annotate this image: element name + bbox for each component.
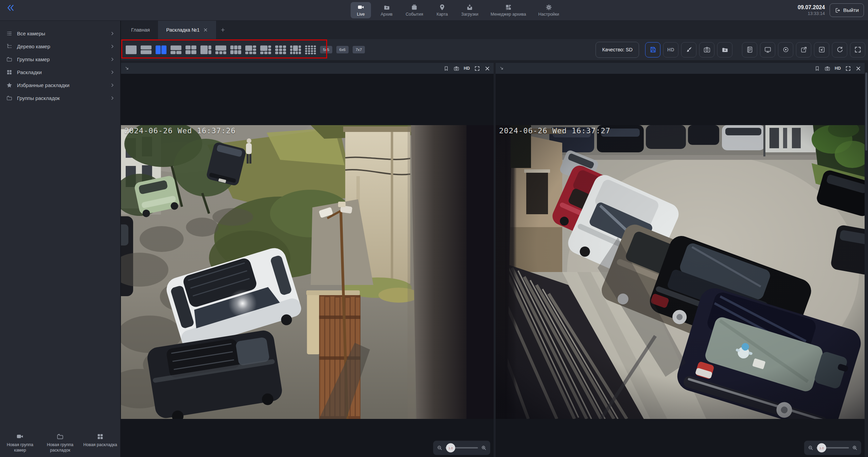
vertical-scrollbar[interactable] <box>865 72 867 151</box>
sidebar-item-camera-groups[interactable]: Группы камер <box>0 53 120 66</box>
new-layout-button[interactable]: Новая раскладка <box>80 431 120 455</box>
tab-label: Раскладка №1 <box>166 27 199 33</box>
tab-home[interactable]: Главная <box>123 21 158 39</box>
layout-1p2-button[interactable] <box>171 45 181 54</box>
zoom-slider[interactable]: 1.0 <box>816 447 849 448</box>
archive-button[interactable] <box>717 42 732 57</box>
folder-icon <box>56 433 64 440</box>
sidebar-item-camera-tree[interactable]: Дерево камер <box>0 40 120 53</box>
refresh-button[interactable] <box>832 42 847 57</box>
fullscreen-icon[interactable] <box>474 66 480 71</box>
photo-camera-icon[interactable] <box>454 66 459 71</box>
top-bar: Live Архив События Карта Загрузки Менедж… <box>0 0 868 21</box>
layout-6x6-button[interactable]: 6x6 <box>336 46 349 53</box>
bookmark-icon[interactable] <box>443 66 449 71</box>
layout-3x3-button[interactable] <box>275 45 286 54</box>
camera-tile-1: HD <box>121 63 494 457</box>
folder-play-icon <box>721 46 729 53</box>
zoom-out-icon[interactable] <box>808 445 814 451</box>
tab-bar: Главная Раскладка №1 <box>121 21 868 39</box>
camera-view-courtyard[interactable]: 2024-06-26 Wed 16:37:26 1.0 <box>121 74 494 457</box>
camera-grid: HD <box>121 60 868 457</box>
photo-camera-icon[interactable] <box>825 66 830 71</box>
hd-toggle-button[interactable]: HD <box>663 42 678 57</box>
layout-picker: 5x5 6x6 7x7 <box>121 45 365 54</box>
nav-live[interactable]: Live <box>351 2 371 18</box>
events-icon <box>411 4 418 11</box>
zoom-slider[interactable]: 1.0 <box>445 447 478 448</box>
zoom-slider-handle[interactable]: 1.0 <box>446 443 455 453</box>
logout-icon <box>835 7 840 13</box>
gear-icon <box>545 4 552 11</box>
bookmark-icon[interactable] <box>814 66 820 71</box>
snapshot-button[interactable] <box>699 42 714 57</box>
brush-icon <box>685 46 693 53</box>
layout-1p2side-button[interactable] <box>200 45 211 54</box>
layout-5x5-button[interactable]: 5x5 <box>320 46 332 53</box>
layout-2x3-button[interactable] <box>230 45 241 54</box>
zoom-out-icon[interactable] <box>437 445 443 451</box>
nav-settings[interactable]: Настройки <box>535 2 563 18</box>
add-tab-button[interactable] <box>216 21 230 39</box>
layout-1p3-button[interactable] <box>215 45 226 54</box>
quality-button[interactable]: Качество: SD <box>596 42 639 58</box>
nav-archive[interactable]: Архив <box>376 2 397 18</box>
zoom-slider-handle[interactable]: 1.0 <box>817 443 826 453</box>
nav-downloads[interactable]: Загрузки <box>458 2 482 18</box>
sidebar-item-layout-groups[interactable]: Группы раскладок <box>0 91 120 104</box>
refresh-icon <box>836 46 844 53</box>
new-layout-group-button[interactable]: Новая группа раскладок <box>40 431 80 455</box>
layout-1x1-button[interactable] <box>126 45 137 54</box>
nav-label: Настройки <box>538 12 559 17</box>
layout-4x4-button[interactable] <box>305 45 316 54</box>
monitor-button[interactable] <box>760 42 775 57</box>
clock: 09.07.2024 13:33:14 <box>798 4 825 16</box>
sidebar-item-all-cameras[interactable]: Все камеры <box>0 27 120 40</box>
layout-7x7-button[interactable]: 7x7 <box>353 46 365 53</box>
tab-layout-1[interactable]: Раскладка №1 <box>158 21 216 39</box>
collapse-sidebar-icon[interactable] <box>5 3 16 12</box>
new-camera-group-button[interactable]: Новая группа камер <box>0 431 40 455</box>
nav-events[interactable]: События <box>402 2 427 18</box>
nav-archive-manager[interactable]: Менеджер архива <box>487 2 530 18</box>
tile-hd-toggle[interactable]: HD <box>835 66 841 71</box>
collapse-view-button[interactable] <box>814 42 829 57</box>
journal-button[interactable] <box>742 42 757 57</box>
tile-hd-toggle[interactable]: HD <box>464 66 470 71</box>
fullscreen-icon[interactable] <box>845 66 851 71</box>
close-icon[interactable] <box>484 66 490 71</box>
blocks-icon <box>505 4 512 11</box>
fullscreen-button[interactable] <box>850 42 865 57</box>
download-icon <box>466 4 473 11</box>
corner-arrow-icon[interactable] <box>499 66 504 71</box>
camera-tile-2: HD <box>496 63 865 457</box>
nav-label: Карта <box>437 12 448 17</box>
current-time: 13:33:14 <box>808 11 825 16</box>
close-icon[interactable] <box>203 28 208 32</box>
layout-2rows-button[interactable] <box>141 45 152 54</box>
fullscreen-icon <box>854 46 862 53</box>
logout-button[interactable]: Выйти <box>830 3 864 17</box>
layout-2cols-button[interactable] <box>156 45 166 54</box>
corner-arrow-icon[interactable] <box>124 66 130 71</box>
list-icon <box>6 30 13 37</box>
zoom-in-icon[interactable] <box>852 445 858 451</box>
camera-video-frame <box>496 125 865 419</box>
zoom-in-icon[interactable] <box>481 445 487 451</box>
watch-button[interactable] <box>778 42 793 57</box>
export-button[interactable] <box>796 42 811 57</box>
layout-2x2-button[interactable] <box>185 45 196 54</box>
button-label: Новая группа камер <box>2 442 38 453</box>
layout-1p5-button[interactable] <box>260 45 271 54</box>
brush-button[interactable] <box>681 42 696 57</box>
nav-map[interactable]: Карта <box>432 2 453 18</box>
sidebar-item-favorite-layouts[interactable]: Избранные раскладки <box>0 79 120 91</box>
close-icon[interactable] <box>855 66 861 71</box>
save-button[interactable] <box>645 42 660 57</box>
layout-1p7-button[interactable] <box>245 45 256 54</box>
chevron-right-icon <box>110 31 115 36</box>
sidebar-item-layouts[interactable]: Раскладки <box>0 66 120 79</box>
camera-view-parking[interactable]: 2024-06-26 Wed 16:37:27 1.0 <box>496 74 865 457</box>
layout-1p12-button[interactable] <box>290 45 301 54</box>
view-controls: Качество: SD HD <box>596 42 868 58</box>
